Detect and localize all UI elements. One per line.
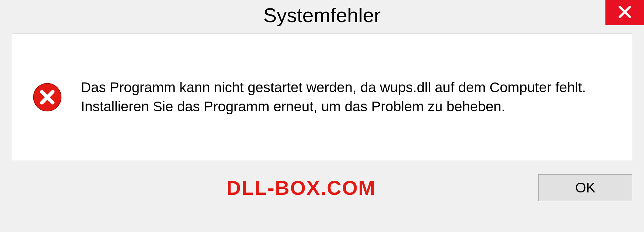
dialog-title: Systemfehler: [263, 4, 381, 27]
titlebar: Systemfehler: [0, 0, 644, 30]
error-icon: [32, 82, 62, 112]
ok-button[interactable]: OK: [538, 174, 632, 201]
message-panel: Das Programm kann nicht gestartet werden…: [12, 34, 632, 161]
close-button[interactable]: [605, 0, 644, 25]
watermark-text: DLL-BOX.COM: [226, 176, 376, 199]
error-dialog: Systemfehler Das Programm kann nicht ges…: [0, 0, 644, 232]
close-icon: [617, 4, 632, 21]
dialog-footer: DLL-BOX.COM OK: [0, 161, 644, 201]
error-message: Das Programm kann nicht gestartet werden…: [81, 78, 612, 116]
